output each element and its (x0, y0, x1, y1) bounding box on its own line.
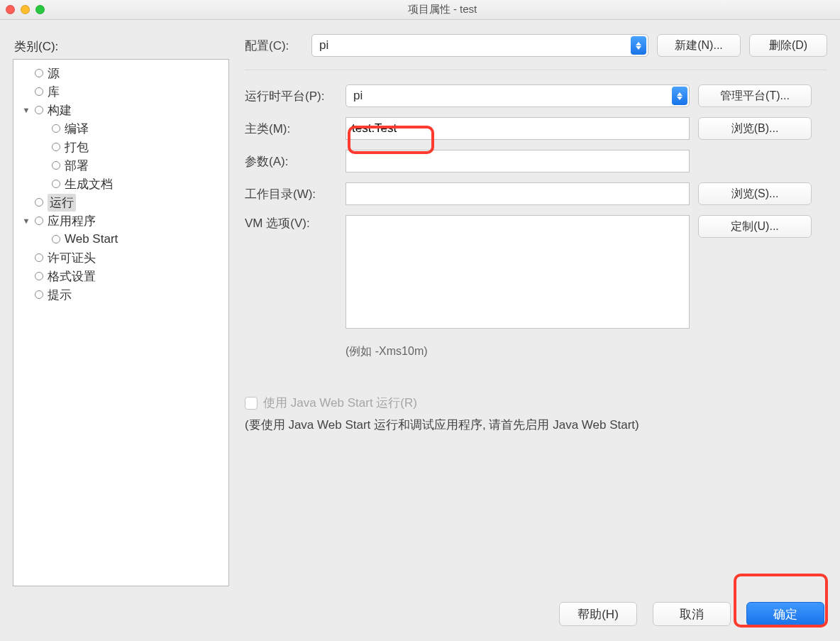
radio-icon (52, 143, 60, 151)
tree-item-label: 打包 (65, 139, 89, 155)
manage-platform-button[interactable]: 管理平台(T)... (698, 84, 812, 107)
divider (245, 70, 827, 70)
tree-item-format[interactable]: 格式设置 (19, 267, 226, 285)
new-button[interactable]: 新建(N)... (657, 34, 741, 57)
webstart-checkbox-row: 使用 Java Web Start 运行(R) (245, 395, 827, 411)
radio-icon (35, 272, 43, 280)
tree-item-gendoc[interactable]: 生成文档 (36, 175, 226, 193)
radio-icon (35, 290, 43, 299)
webstart-note: (要使用 Java Web Start 运行和调试应用程序, 请首先启用 Jav… (245, 417, 827, 433)
tree-item-build[interactable]: ▼构建 (19, 101, 226, 119)
args-label: 参数(A): (245, 153, 337, 170)
radio-icon (35, 106, 43, 114)
categories-label: 类别(C): (14, 38, 229, 55)
workdir-label: 工作目录(W): (245, 186, 337, 202)
tree-item-package[interactable]: 打包 (36, 138, 226, 156)
tree-item-label: Web Start (65, 232, 118, 246)
tree-item-deploy[interactable]: 部署 (36, 156, 226, 175)
window-controls (6, 5, 45, 14)
radio-icon (52, 124, 60, 133)
workdir-input[interactable] (346, 182, 690, 205)
tree-item-label: 运行 (48, 194, 76, 212)
categories-tree[interactable]: 源 库 ▼构建 编译 打包 部署 生成文档 运行 ▼应用程序 Web Start (13, 59, 229, 586)
close-window-icon[interactable] (6, 5, 15, 14)
radio-icon (35, 69, 43, 77)
delete-button[interactable]: 删除(D) (749, 34, 827, 57)
runtime-select[interactable]: pi (346, 84, 690, 107)
webstart-checkbox-label: 使用 Java Web Start 运行(R) (263, 395, 417, 411)
zoom-window-icon[interactable] (35, 5, 45, 14)
tree-item-label: 部署 (65, 158, 89, 174)
dialog-footer: 帮助(H) 取消 确定 (0, 595, 840, 640)
chevron-down-icon[interactable]: ▼ (22, 106, 31, 114)
tree-item-source[interactable]: 源 (19, 64, 226, 82)
help-button[interactable]: 帮助(H) (559, 602, 637, 626)
titlebar: 项目属性 - test (0, 0, 840, 20)
radio-icon (35, 253, 43, 262)
tree-item-library[interactable]: 库 (19, 82, 226, 101)
radio-icon (52, 235, 60, 243)
tree-item-label: 源 (48, 65, 60, 82)
runtime-label: 运行时平台(P): (245, 88, 337, 104)
select-arrows-icon (672, 87, 687, 105)
radio-icon (35, 198, 43, 207)
vm-label: VM 选项(V): (245, 215, 337, 231)
radio-icon (35, 87, 43, 96)
webstart-checkbox (245, 397, 258, 410)
runtime-value: pi (353, 89, 363, 103)
tree-item-compile[interactable]: 编译 (36, 119, 226, 138)
vm-options-input[interactable] (346, 215, 690, 329)
radio-icon (35, 217, 43, 225)
tree-item-license[interactable]: 许可证头 (19, 248, 226, 267)
tree-item-label: 格式设置 (48, 268, 96, 285)
customize-button[interactable]: 定制(U)... (698, 215, 812, 238)
tree-item-label: 构建 (48, 102, 72, 119)
radio-icon (52, 161, 60, 170)
tree-item-label: 编译 (65, 121, 89, 137)
config-value: pi (319, 38, 328, 53)
browse-main-class-button[interactable]: 浏览(B)... (698, 117, 812, 140)
chevron-down-icon[interactable]: ▼ (22, 217, 31, 225)
radio-icon (52, 180, 60, 188)
config-label: 配置(C): (245, 38, 303, 54)
cancel-button[interactable]: 取消 (653, 602, 731, 626)
tree-item-app[interactable]: ▼应用程序 (19, 212, 226, 230)
tree-item-label: 生成文档 (65, 176, 113, 192)
select-arrows-icon (631, 36, 646, 55)
tree-item-webstart[interactable]: Web Start (36, 230, 226, 248)
tree-item-label: 库 (48, 84, 60, 100)
tree-item-run[interactable]: 运行 (19, 193, 226, 212)
minimize-window-icon[interactable] (21, 5, 30, 14)
ok-button[interactable]: 确定 (746, 602, 824, 626)
tree-item-label: 许可证头 (48, 250, 96, 266)
args-input[interactable] (346, 150, 690, 172)
config-select[interactable]: pi (311, 34, 648, 57)
main-class-input[interactable] (346, 117, 690, 140)
browse-workdir-button[interactable]: 浏览(S)... (698, 182, 812, 205)
tree-item-hints[interactable]: 提示 (19, 285, 226, 304)
window-title: 项目属性 - test (50, 3, 834, 16)
main-class-label: 主类(M): (245, 121, 337, 137)
tree-item-label: 提示 (48, 287, 72, 303)
vm-hint: (例如 -Xms10m) (346, 344, 827, 359)
tree-item-label: 应用程序 (48, 213, 96, 229)
